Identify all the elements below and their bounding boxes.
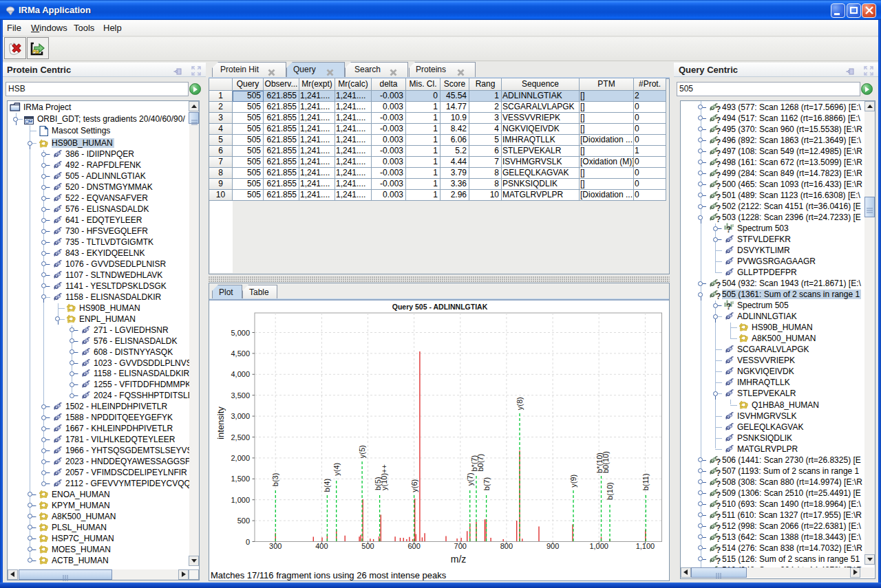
svg-text:2,000: 2,000 xyxy=(231,454,250,462)
svg-text:?: ? xyxy=(716,170,721,179)
svg-text:b(10): b(10) xyxy=(606,482,614,500)
svg-text:b(4): b(4) xyxy=(323,479,331,492)
svg-text:1,000: 1,000 xyxy=(231,496,250,504)
svg-text:y(10)++: y(10)++ xyxy=(380,464,388,490)
svg-text:0: 0 xyxy=(246,538,250,546)
svg-text:b(3): b(3) xyxy=(271,473,279,487)
svg-text:Query 505 - ADLINNLGTIAK: Query 505 - ADLINNLGTIAK xyxy=(392,303,488,311)
svg-text:?: ? xyxy=(716,556,721,565)
svg-text:b(11): b(11) xyxy=(641,473,650,490)
svg-text:?: ? xyxy=(716,490,721,499)
svg-text:?: ? xyxy=(716,457,721,466)
svg-text:700: 700 xyxy=(454,542,467,550)
svg-text:?: ? xyxy=(716,292,721,301)
svg-text:?: ? xyxy=(716,479,721,488)
svg-text:?: ? xyxy=(716,115,721,124)
svg-text:1,000: 1,000 xyxy=(589,542,608,550)
svg-text:4,000: 4,000 xyxy=(231,370,250,378)
svg-text:b(7): b(7) xyxy=(482,477,491,491)
svg-text:?: ? xyxy=(716,523,721,532)
svg-text:?: ? xyxy=(716,468,721,477)
svg-text:?: ? xyxy=(716,192,721,201)
svg-text:y(7): y(7) xyxy=(466,472,474,486)
svg-text:y(9): y(9) xyxy=(569,475,577,488)
svg-text:4,500: 4,500 xyxy=(231,349,250,358)
svg-text:5,000: 5,000 xyxy=(231,329,250,337)
svg-text:?: ? xyxy=(716,137,721,146)
svg-text:b0(10): b0(10) xyxy=(602,451,610,473)
svg-text:?: ? xyxy=(726,302,731,310)
svg-text:1,100: 1,100 xyxy=(636,542,655,550)
svg-text:?: ? xyxy=(716,545,721,554)
svg-text:?: ? xyxy=(716,159,721,168)
svg-text:1,500: 1,500 xyxy=(231,475,250,483)
svg-text:?: ? xyxy=(716,181,721,190)
svg-text:900: 900 xyxy=(546,542,559,550)
svg-text:?: ? xyxy=(716,534,721,543)
svg-text:b0(7): b0(7) xyxy=(476,454,485,472)
svg-text:2,500: 2,500 xyxy=(231,433,250,442)
svg-text:?: ? xyxy=(716,126,721,135)
svg-text:intensity: intensity xyxy=(215,406,226,439)
svg-text:?: ? xyxy=(716,148,721,157)
svg-text:m/z: m/z xyxy=(451,554,467,565)
svg-text:?: ? xyxy=(716,501,721,510)
svg-text:500: 500 xyxy=(361,542,374,550)
svg-text:y(6): y(6) xyxy=(410,479,418,492)
svg-text:?: ? xyxy=(716,512,721,521)
svg-text:400: 400 xyxy=(315,542,328,550)
svg-text:y(4): y(4) xyxy=(332,463,341,476)
svg-text:?: ? xyxy=(726,225,731,233)
svg-text:?: ? xyxy=(716,104,721,113)
svg-text:y(8): y(8) xyxy=(516,397,524,410)
svg-text:3,500: 3,500 xyxy=(231,391,250,400)
svg-text:?: ? xyxy=(716,215,721,224)
svg-text:y(5): y(5) xyxy=(358,445,366,458)
svg-text:?: ? xyxy=(716,281,721,290)
svg-text:600: 600 xyxy=(407,542,420,550)
svg-text:3,000: 3,000 xyxy=(231,412,250,420)
svg-text:500: 500 xyxy=(237,516,250,525)
svg-text:300: 300 xyxy=(269,542,282,550)
svg-text:800: 800 xyxy=(500,542,513,550)
svg-text:?: ? xyxy=(716,203,721,212)
